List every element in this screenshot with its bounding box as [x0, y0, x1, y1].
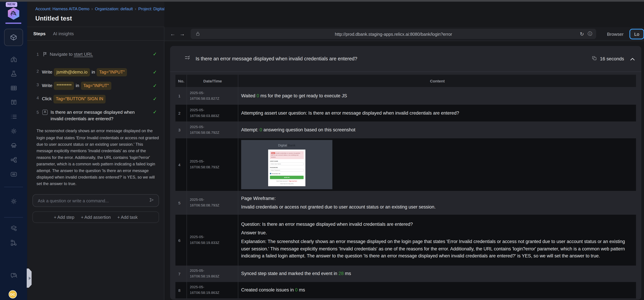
error-text: Invalid credentials or access not grante… [271, 152, 300, 158]
step-row-3[interactable]: 3 Write*********inTag="INPUT" ✓ [37, 82, 159, 90]
nav-item-incognito[interactable] [0, 140, 27, 150]
forward-arrow-icon[interactable]: → [180, 31, 185, 37]
target-chip[interactable]: Tag="INPUT" [81, 82, 111, 90]
log-card: Is there an error message displayed when… [170, 46, 642, 300]
nav-item-cards[interactable] [0, 97, 27, 107]
url-bar[interactable]: http://prod.dbank.staging-apps.relicx.ai… [191, 29, 596, 39]
back-arrow-icon[interactable]: ← [170, 31, 176, 37]
url-text: http://prod.dbank.staging-apps.relicx.ai… [191, 31, 596, 36]
add-task-button[interactable]: + Add task [118, 215, 138, 220]
reload-icon[interactable]: ↻ [580, 31, 584, 37]
panel-expand-handle[interactable] [27, 269, 32, 288]
step-text: Writejsmith@demo.ioinTag="INPUT" [42, 68, 129, 76]
data-table-icon [10, 84, 18, 92]
tab-steps[interactable]: Steps [33, 31, 46, 36]
rail-divider [4, 187, 23, 187]
nav-item-table[interactable] [0, 83, 27, 93]
row-timestamp: 2025-05-16T06:58:19.833Z [187, 215, 238, 266]
log-row: 52025-05-16T06:58:08.793ZPage Wireframe:… [176, 191, 636, 215]
expand-arrow-icon [28, 277, 31, 280]
harness-logo-icon[interactable] [8, 7, 19, 20]
breadcrumb-separator: › [92, 6, 93, 11]
row-number: 5 [176, 191, 187, 215]
row-number: 8 [176, 282, 187, 299]
log-row: 62025-05-16T06:58:19.833ZQuestion: Is th… [176, 215, 636, 266]
green-metric: 0 [295, 288, 298, 293]
checkbox-checked-icon [270, 173, 271, 174]
assertion-badge: A [42, 109, 48, 115]
error-alert: ErrorInvalid credentials or access not g… [270, 151, 304, 159]
bank-brand: Digital Bank [241, 140, 332, 148]
log-row: 82025-05-16T06:58:19.863ZCreated console… [176, 282, 636, 299]
info-icon[interactable]: ⓘ [588, 31, 592, 37]
add-step-button[interactable]: + Add step [54, 215, 74, 220]
step-text: Navigate to start URL [50, 51, 93, 58]
row-number: 2 [176, 105, 187, 121]
browser-bar: ← → http://prod.dbank.staging-apps.relic… [164, 27, 644, 41]
error-badge: Error [271, 152, 275, 154]
nav-item-lab[interactable] [0, 69, 27, 78]
assert-checklist-icon [184, 55, 190, 62]
row-content: Question: Is there an error message disp… [238, 215, 636, 266]
help-chat-icon [10, 272, 18, 280]
tests-cube-icon [10, 33, 18, 41]
step-success-check-icon: ✓ [153, 51, 157, 58]
nav-item-home[interactable] [0, 54, 27, 64]
nav-item-settings[interactable] [0, 126, 27, 136]
login-card: ErrorInvalid credentials or access not g… [268, 149, 306, 186]
breadcrumb-separator: › [135, 6, 136, 11]
log-table: No. Date/Time Content 12025-05-16T06:58:… [176, 75, 636, 299]
step-row-1[interactable]: 1 Navigate to start URL ✓ [37, 51, 159, 59]
steps-tabs: Steps AI insights [27, 27, 164, 40]
steps-panel: Steps AI insights 1 Navigate to start UR… [27, 27, 164, 300]
logs-view-tab[interactable]: Lo [629, 28, 644, 39]
chevron-up-icon[interactable] [630, 55, 635, 62]
step-row-2[interactable]: 2 Writejsmith@demo.ioinTag="INPUT" ✓ [37, 68, 159, 76]
row-content: Attempting assert user question: Is ther… [238, 105, 636, 121]
nav-item-account-settings[interactable] [0, 196, 27, 206]
nav-item-checklist[interactable] [0, 112, 27, 122]
window-top-edge [0, 0, 644, 2]
nav-item-help[interactable] [0, 271, 27, 281]
target-chip[interactable]: Tag="INPUT" [97, 68, 127, 76]
nav-item-tests-active[interactable] [4, 29, 23, 46]
step-screenshot-thumbnail[interactable]: Digital Bank ErrorInvalid credentials or… [241, 140, 332, 189]
send-icon[interactable] [149, 197, 154, 204]
ask-command-input[interactable] [37, 198, 149, 204]
user-avatar[interactable]: DC [8, 290, 17, 299]
home-icon [10, 55, 18, 63]
browser-view-tab[interactable]: Browser [604, 29, 627, 38]
start-url-link[interactable]: start URL [74, 52, 93, 57]
step-success-check-icon: ✓ [153, 96, 157, 103]
target-chip[interactable]: Tag="BUTTON" SIGN IN [54, 95, 106, 103]
step-row-5[interactable]: 5 A Is there an error message displayed … [37, 109, 159, 122]
password-label: PASSWORD [270, 166, 304, 168]
nav-item-chaos[interactable] [0, 169, 27, 179]
breadcrumb-org[interactable]: Organization: default [95, 6, 133, 11]
log-table-body: 12025-05-16T06:58:03.827ZWaited 0 ms for… [176, 87, 636, 299]
log-header[interactable]: Is there an error message displayed when… [170, 46, 642, 72]
row-number: 4 [176, 138, 187, 191]
main-area: ← → http://prod.dbank.staging-apps.relic… [164, 2, 644, 300]
nav-item-pipelines[interactable] [0, 155, 27, 165]
password-field: Enter Password [270, 169, 304, 172]
gear-icon [10, 197, 18, 205]
org-settings-icon [10, 239, 18, 247]
nav-item-layers-settings[interactable] [0, 223, 27, 233]
nav-item-org-settings[interactable] [0, 238, 27, 248]
chain-infinity-icon [10, 170, 18, 178]
nav-rail: NEW DC [0, 0, 27, 300]
step-success-check-icon: ✓ [153, 109, 157, 116]
step-number: 1 [37, 51, 42, 58]
tab-ai-insights[interactable]: AI insights [53, 31, 74, 36]
flag-icon [43, 52, 47, 59]
copy-icon[interactable] [592, 55, 597, 62]
col-date: Date/Time [187, 75, 238, 87]
breadcrumb-account[interactable]: Account: Harness AITA Demo [35, 6, 89, 11]
value-chip[interactable]: ********* [54, 82, 74, 90]
row-content: Digital Bank ErrorInvalid credentials or… [238, 138, 636, 191]
add-assertion-button[interactable]: + Add assertion [81, 215, 111, 220]
step-row-4[interactable]: 4 ClickTag="BUTTON" SIGN IN ✓ [37, 95, 159, 103]
value-chip[interactable]: jsmith@demo.io [54, 68, 90, 76]
checklist-icon [10, 113, 18, 121]
